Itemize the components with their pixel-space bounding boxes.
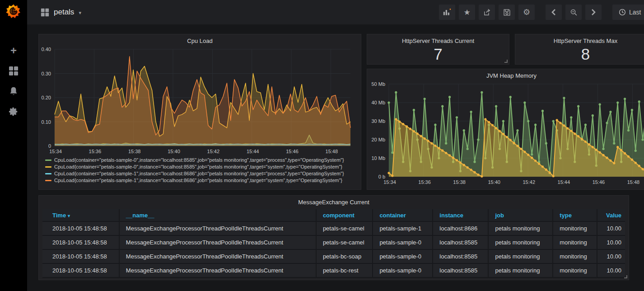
legend-item[interactable]: CpuLoad{container="petals-sample-0",inst… (45, 157, 344, 163)
table-cell: MessageExchangeProcessorThreadPoolIdleTh… (120, 250, 317, 264)
panel-jvm-heap-memory: JVM Heap Memory 50 Mb40 Mb30 Mb20 Mb10 M… (367, 69, 644, 190)
column-header-container[interactable]: container (373, 209, 433, 222)
legend-color-swatch (45, 160, 51, 161)
legend-item[interactable]: CpuLoad{container="petals-sample-1",inst… (45, 171, 344, 176)
configuration-gear-icon[interactable] (6, 104, 21, 119)
chevron-right-icon (591, 9, 596, 15)
y-axis-tick: 20 Mb (371, 137, 385, 142)
chevron-down-icon: ▾ (79, 10, 81, 16)
table-cell: localhost:8585 (433, 264, 489, 278)
resize-handle[interactable] (624, 275, 627, 278)
table-cell: petals-sample-0 (373, 264, 433, 278)
time-range-picker[interactable]: Last (612, 5, 644, 20)
column-header-job[interactable]: job (489, 209, 553, 222)
star-button[interactable]: ★ (459, 5, 475, 20)
column-header-instance[interactable]: instance (433, 209, 489, 222)
table-row: 2018-10-05 15:48:58MessageExchangeProces… (42, 264, 625, 278)
table-cell: 10.00 (597, 250, 625, 264)
grafana-logo-icon[interactable] (5, 3, 23, 22)
y-axis-tick: 40 Mb (371, 100, 385, 105)
panel-title-http-threads-current[interactable]: HttpServer Threads Current (367, 38, 509, 44)
cpu-load-chart[interactable]: 0.400.300.200.10015:3415:3615:3815:4015:… (39, 34, 361, 154)
table-cell: localhost:8686 (433, 222, 489, 236)
column-header-name[interactable]: __name__ (120, 209, 317, 222)
x-axis-tick: 15:40 (488, 179, 500, 185)
panel-title-message-exchange[interactable]: MessageExchange Current (39, 199, 629, 206)
resize-handle[interactable] (504, 60, 508, 63)
dashboards-grid-icon[interactable] (6, 64, 21, 78)
x-axis-tick: 15:34 (49, 149, 62, 154)
y-axis-tick: 10 Mb (371, 155, 385, 161)
legend-color-swatch (45, 173, 51, 174)
legend-label: CpuLoad{container="petals-sample-0",inst… (54, 157, 344, 163)
table-cell: petals monitoring (489, 236, 553, 250)
message-exchange-table: Time▾__name__componentcontainerinstancej… (42, 209, 625, 278)
column-header-value[interactable]: Value (597, 209, 625, 222)
sort-caret-icon: ▾ (68, 213, 70, 218)
stat-value-http-threads-current: 7 (367, 45, 509, 63)
y-axis-tick: 0.30 (42, 71, 51, 76)
dashboard-title-picker[interactable]: petals ▾ (41, 8, 81, 17)
x-axis-tick: 15:36 (89, 149, 102, 154)
legend-item[interactable]: CpuLoad{container="petals-sample-0",inst… (45, 164, 344, 169)
table-cell: petals-bc-rest (317, 264, 373, 278)
column-header-time[interactable]: Time▾ (42, 209, 120, 222)
share-button[interactable] (479, 5, 495, 20)
panel-http-threads-max: HttpServer Threads Max 8 (515, 34, 644, 65)
x-axis-tick: 15:48 (326, 149, 338, 154)
time-forward-button[interactable] (585, 5, 602, 20)
y-axis-tick: 0.20 (42, 95, 51, 100)
panel-message-exchange-table: MessageExchange Current Time▾__name__com… (38, 195, 629, 280)
settings-button[interactable]: ⚙ (518, 5, 535, 20)
legend-label: CpuLoad{container="petals-sample-0",inst… (54, 164, 342, 169)
share-icon (483, 9, 491, 16)
table-row: 2018-10-05 15:48:58MessageExchangeProces… (42, 222, 625, 236)
table-cell: monitoring (553, 236, 597, 250)
x-axis-tick: 15:44 (247, 149, 259, 154)
panel-http-threads-current: HttpServer Threads Current 7 (367, 34, 509, 65)
x-axis-tick: 15:34 (383, 179, 396, 185)
legend-color-swatch (45, 166, 51, 168)
legend-label: CpuLoad{container="petals-sample-1",inst… (54, 171, 344, 176)
table-cell: petals-bc-soap (317, 250, 373, 264)
table-cell: petals monitoring (489, 222, 553, 236)
table-cell: monitoring (553, 222, 597, 236)
column-header-component[interactable]: component (317, 209, 373, 222)
panel-cpu-load: Cpu Load 0.400.300.200.10015:3415:3615:3… (38, 34, 361, 190)
alerting-bell-icon[interactable] (6, 84, 21, 99)
legend-label: CpuLoad{container="petals-sample-1",inst… (54, 178, 342, 183)
table-cell: MessageExchangeProcessorThreadPoolIdleTh… (120, 222, 317, 236)
create-plus-icon[interactable]: + (6, 43, 21, 58)
table-cell: monitoring (553, 264, 597, 278)
dashboard-canvas: Cpu Load 0.400.300.200.10015:3415:3615:3… (27, 24, 644, 291)
add-panel-button[interactable] (439, 5, 455, 20)
x-axis-tick: 15:46 (286, 149, 299, 154)
legend-color-swatch (45, 180, 51, 181)
table-cell: localhost:8585 (433, 250, 489, 264)
plus-icon (450, 9, 451, 9)
y-axis-tick: 50 Mb (371, 81, 385, 87)
table-cell: 2018-10-05 15:48:58 (42, 222, 120, 236)
toolbar: ★ ⚙ Last (439, 5, 644, 20)
legend-item[interactable]: CpuLoad{container="petals-sample-1",inst… (45, 178, 344, 183)
save-button[interactable] (499, 5, 515, 20)
y-axis-tick: 0 (48, 143, 51, 149)
time-range-label: Last (629, 9, 641, 16)
table-cell: MessageExchangeProcessorThreadPoolIdleTh… (120, 264, 317, 278)
table-row: 2018-10-05 15:48:58MessageExchangeProces… (42, 250, 625, 264)
table-cell: 10.00 (597, 222, 625, 236)
x-axis-tick: 15:42 (523, 179, 536, 185)
table-cell: 10.00 (597, 236, 625, 250)
table-cell: 2018-10-05 15:48:58 (42, 250, 120, 264)
jvm-heap-chart[interactable]: 50 Mb40 Mb30 Mb20 Mb10 Mb0 b15:3415:3615… (367, 69, 644, 188)
x-axis-tick: 15:44 (558, 179, 570, 185)
column-header-type[interactable]: type (553, 209, 597, 222)
chevron-left-icon (551, 9, 556, 15)
clock-icon (619, 9, 626, 16)
time-back-button[interactable] (546, 5, 562, 20)
panel-title-http-threads-max[interactable]: HttpServer Threads Max (515, 38, 644, 44)
table-cell: petals monitoring (489, 250, 553, 264)
zoom-out-button[interactable] (565, 5, 582, 20)
table-cell: petals-se-camel (317, 236, 373, 250)
table-cell: 10.00 (597, 264, 625, 278)
